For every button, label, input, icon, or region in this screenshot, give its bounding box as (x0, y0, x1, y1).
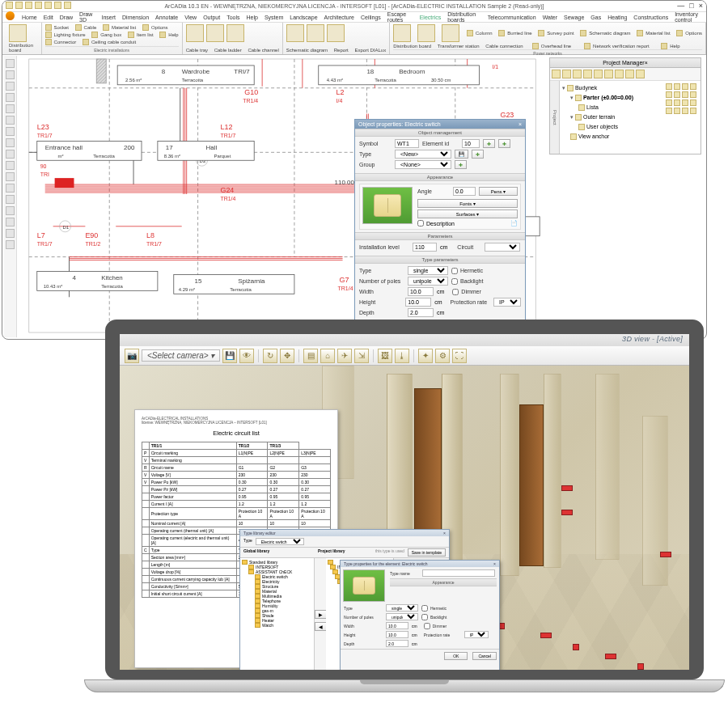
maximize-icon[interactable]: □ (689, 2, 693, 10)
minimize-icon[interactable]: — (677, 2, 684, 10)
tab-distboards[interactable]: Distribution boards (446, 11, 483, 23)
symbol-field[interactable] (395, 139, 419, 148)
snapshot-icon[interactable]: 🖼 (378, 349, 392, 363)
tab-edit[interactable]: Edit (42, 15, 55, 20)
lib-close-icon[interactable]: × (443, 531, 446, 535)
add2-icon[interactable]: ✚ (498, 139, 510, 148)
ptype-select[interactable]: single (408, 266, 448, 275)
cable-ladder-icon[interactable] (206, 24, 224, 42)
view3d-canvas[interactable]: ArCADia-ELECTRICAL INSTALLATIONSlicense:… (120, 366, 689, 670)
tab-telecom[interactable]: Telecommunication (486, 15, 538, 20)
fonts-button[interactable]: Fonts ▾ (417, 199, 518, 208)
lighting-icon[interactable] (45, 32, 52, 38)
width-field[interactable] (408, 287, 434, 296)
props-name-field[interactable] (422, 569, 495, 577)
camera-list-icon[interactable]: 📷 (125, 349, 139, 363)
ribbon-tabs[interactable]: Home Edit Draw Draw 3D Insert Dimension … (2, 12, 706, 23)
tab-inventory[interactable]: Inventory control (673, 11, 706, 23)
tab-escape[interactable]: Escape routes (386, 11, 415, 23)
tab-help[interactable]: Help (245, 15, 260, 20)
global-library-tree[interactable]: Standard library INTERSOFT ASSISTANT ChE… (240, 558, 315, 670)
tab-system[interactable]: System (263, 15, 285, 20)
cable-conn-icon[interactable] (442, 24, 459, 42)
cable-icon[interactable] (75, 24, 82, 31)
tab-insert[interactable]: Insert (100, 15, 118, 20)
pens-button[interactable]: Pens ▾ (479, 187, 518, 196)
height-field[interactable] (405, 298, 431, 307)
tab-electrics[interactable]: Electrics (418, 15, 442, 20)
tab-architecture[interactable]: Architecture (323, 15, 356, 20)
settings-icon[interactable]: ⚙ (435, 349, 450, 363)
export-icon[interactable]: ⭳ (395, 349, 409, 363)
pan-icon[interactable]: ✥ (280, 349, 294, 363)
props-type-select[interactable]: single (386, 604, 418, 612)
circuit-select[interactable] (485, 243, 520, 252)
tab-tools[interactable]: Tools (225, 15, 241, 20)
tab-water[interactable]: Water (541, 15, 559, 20)
description-check[interactable] (417, 220, 424, 226)
socket-icon[interactable] (45, 24, 52, 31)
tab-sewage[interactable]: Sewage (562, 15, 586, 20)
schematic-icon[interactable] (286, 24, 304, 42)
wall-icon[interactable]: ▤ (303, 349, 318, 363)
angle-field[interactable] (453, 187, 476, 196)
group-select[interactable]: <None> (395, 160, 451, 169)
move-right-icon[interactable]: ▶ (315, 610, 327, 619)
tab-home[interactable]: Home (20, 15, 39, 20)
elementid-field[interactable] (462, 139, 480, 148)
pm-tree[interactable]: Budynek Parter (±0.00=0.00) Lista Outer … (560, 81, 663, 154)
tab-annotate[interactable]: Annotate (154, 15, 180, 20)
left-toolbar[interactable] (4, 56, 17, 337)
render-icon[interactable]: ✦ (418, 349, 433, 363)
tab-constructions[interactable]: Constructions (632, 15, 670, 20)
add-icon[interactable]: ✚ (483, 139, 495, 148)
pm-tab-project[interactable]: Project (550, 81, 560, 154)
dimmer-check[interactable] (452, 289, 459, 295)
props-ok-button[interactable]: OK (444, 652, 468, 660)
tab-heating[interactable]: Heating (606, 15, 629, 20)
props-poles-select[interactable]: unipole (386, 613, 418, 620)
group-add-icon[interactable]: ✚ (455, 160, 467, 169)
dist-board2-icon[interactable] (393, 24, 411, 42)
quick-access-toolbar[interactable] (6, 2, 71, 9)
cable-channel-icon[interactable] (226, 24, 244, 42)
depth-field[interactable] (408, 308, 434, 317)
fullscreen-icon[interactable]: ⛶ (452, 349, 467, 363)
backlight-check[interactable] (451, 278, 458, 285)
type-save-icon[interactable]: 💾 (455, 150, 468, 159)
lib-type-select[interactable]: Electric switch (256, 538, 304, 545)
poles-select[interactable]: unipole (408, 277, 448, 286)
tab-draw[interactable]: Draw (58, 15, 74, 20)
tab-landscape[interactable]: Landscape (288, 15, 319, 20)
type-select[interactable]: <New> (395, 150, 451, 159)
export-dialux-icon[interactable] (327, 24, 345, 42)
move-left-icon[interactable]: ◀ (315, 622, 327, 631)
pm-close-icon[interactable]: × (645, 60, 648, 66)
hermetic-check[interactable] (451, 268, 458, 274)
surfaces-button[interactable]: Surfaces ▾ (417, 210, 518, 218)
cable-tray-icon[interactable] (186, 24, 204, 42)
report-icon[interactable] (307, 24, 324, 42)
tab-view[interactable]: View (183, 15, 198, 20)
distribution-board-icon[interactable] (9, 24, 27, 42)
app-logo-icon[interactable] (6, 11, 15, 20)
tab-dimension[interactable]: Dimension (121, 15, 150, 20)
tab-ceilings[interactable]: Ceilings (359, 15, 383, 20)
camera-select[interactable]: <Select camera> ▾ (142, 349, 220, 362)
save-view-icon[interactable]: 💾 (222, 349, 237, 363)
install-level-field[interactable] (413, 243, 437, 252)
props-cancel-button[interactable]: Cancel (472, 652, 497, 660)
lib-save-template[interactable]: Save in template (408, 548, 446, 557)
tab-draw3d[interactable]: Draw 3D (78, 11, 96, 23)
tab-gas[interactable]: Gas (589, 15, 603, 20)
protection-select[interactable]: IP 20 (493, 298, 521, 307)
tab-output[interactable]: Output (201, 15, 222, 20)
roof-icon[interactable]: ⌂ (320, 349, 335, 363)
dlg-close-icon[interactable]: × (518, 121, 522, 127)
pm-toolbar[interactable] (550, 68, 700, 81)
type-add-icon[interactable]: ✚ (472, 150, 484, 159)
close-icon[interactable]: × (699, 2, 703, 10)
eye-icon[interactable]: 👁 (239, 349, 254, 363)
pm-visibility-icons[interactable] (663, 81, 700, 154)
orbit-icon[interactable]: ↻ (263, 349, 277, 363)
